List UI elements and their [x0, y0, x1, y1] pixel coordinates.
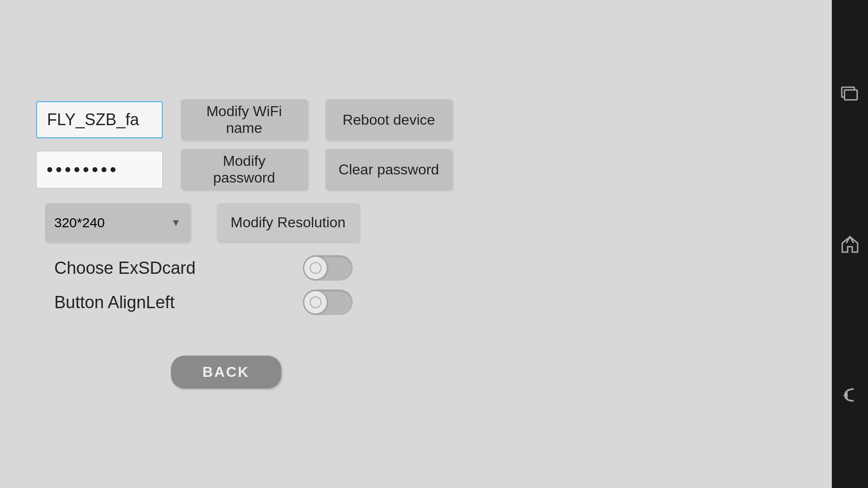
alignleft-toggle-knob [304, 291, 327, 314]
exsdcard-label: Choose ExSDcard [54, 258, 196, 278]
reboot-device-button[interactable]: Reboot device [326, 99, 452, 140]
main-area: FLY_SZB_fa Modify WiFi name Reboot devic… [0, 0, 832, 488]
sidebar [832, 0, 868, 488]
exsdcard-toggle-knob [304, 257, 327, 279]
home-icon[interactable] [839, 233, 861, 255]
wifi-name-input[interactable]: FLY_SZB_fa [36, 101, 163, 138]
row-wifi: FLY_SZB_fa Modify WiFi name Reboot devic… [36, 99, 452, 140]
modify-password-button[interactable]: Modify password [181, 149, 307, 190]
back-button[interactable]: BACK [171, 356, 281, 389]
row-exsdcard: Choose ExSDcard [45, 255, 389, 281]
modify-resolution-button[interactable]: Modify Resolution [217, 203, 359, 242]
row-password: Modify password Clear password [36, 149, 452, 190]
modify-wifi-name-button[interactable]: Modify WiFi name [181, 99, 307, 140]
resolution-value: 320*240 [54, 215, 105, 230]
password-input[interactable] [36, 151, 163, 188]
resolution-dropdown[interactable]: 320*240 ▼ [45, 203, 190, 242]
back-row: BACK [45, 342, 407, 389]
exsdcard-toggle[interactable] [303, 255, 353, 281]
window-icon[interactable] [839, 82, 861, 105]
back-nav-icon[interactable] [839, 383, 861, 406]
content-wrapper: FLY_SZB_fa Modify WiFi name Reboot devic… [36, 99, 796, 389]
dropdown-arrow-icon: ▼ [171, 217, 181, 229]
alignleft-label: Button AlignLeft [54, 293, 175, 312]
clear-password-button[interactable]: Clear password [326, 149, 452, 190]
row-alignleft: Button AlignLeft [45, 290, 389, 315]
svg-rect-1 [844, 90, 857, 100]
alignleft-toggle[interactable] [303, 290, 353, 315]
row-resolution: 320*240 ▼ Modify Resolution [45, 203, 359, 242]
